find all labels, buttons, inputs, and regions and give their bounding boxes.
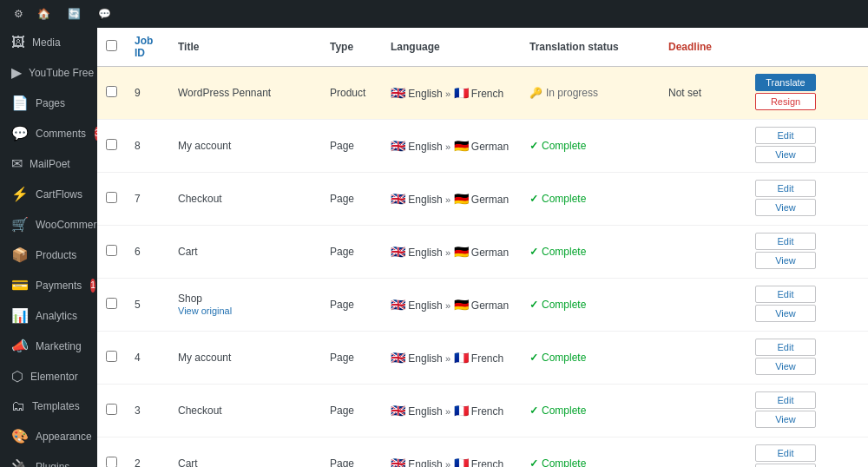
lang-arrow: » — [445, 459, 450, 467]
row-checkbox[interactable] — [106, 298, 117, 309]
target-lang: German — [471, 194, 509, 206]
row-checkbox-cell — [97, 332, 126, 385]
job-title: Cart — [178, 457, 198, 467]
deadline-cell — [660, 385, 746, 437]
sidebar-item-label: MailPoet — [30, 158, 70, 170]
sidebar-item-label: Products — [36, 249, 76, 261]
view-button[interactable]: View — [755, 146, 816, 163]
lang-arrow: » — [445, 300, 450, 311]
table-row: 4My accountPage🇬🇧 English » 🇫🇷 FrenchCom… — [97, 332, 868, 385]
sidebar-item-analytics[interactable]: 📊 Analytics — [0, 300, 97, 331]
key-icon: 🔑 — [529, 87, 542, 99]
admin-bar-site-name[interactable]: 🏠 — [30, 0, 61, 28]
edit-button[interactable]: Edit — [755, 391, 816, 409]
row-checkbox[interactable] — [106, 245, 117, 256]
admin-bar-acf[interactable] — [135, 0, 149, 28]
target-flag: 🇩🇪 — [454, 139, 469, 153]
view-button[interactable]: View — [755, 464, 816, 467]
job-id-col-header[interactable]: Job ID — [126, 28, 169, 67]
status-cell: Complete — [521, 385, 660, 437]
select-all-col — [97, 28, 126, 67]
edit-button[interactable]: Edit — [755, 180, 816, 197]
type-cell: Page — [321, 173, 382, 226]
target-flag: 🇩🇪 — [454, 245, 469, 259]
language-cell: 🇬🇧 English » 🇫🇷 French — [382, 385, 521, 437]
view-button[interactable]: View — [755, 358, 816, 375]
sidebar-item-comments[interactable]: 💬 Comments 3 — [0, 118, 97, 148]
sidebar-item-elementor[interactable]: ⬡ Elementor — [0, 361, 97, 391]
edit-button[interactable]: Edit — [755, 127, 816, 144]
language-cell: 🇬🇧 English » 🇫🇷 French — [382, 67, 521, 120]
title-cell: My account — [169, 120, 321, 173]
view-button[interactable]: View — [755, 411, 816, 428]
row-checkbox[interactable] — [106, 351, 117, 362]
status-cell: Complete — [521, 437, 660, 468]
view-button[interactable]: View — [755, 252, 816, 269]
row-checkbox[interactable] — [106, 192, 117, 203]
edit-button[interactable]: Edit — [755, 444, 816, 462]
payments-icon: 💳 — [11, 277, 29, 293]
sidebar-item-payments[interactable]: 💳 Payments 1 — [0, 270, 97, 300]
main-layout: 🖼 Media ▶ YouTube Free 📄 Pages 💬 Comment… — [0, 28, 868, 467]
row-checkbox[interactable] — [106, 139, 117, 150]
target-lang: French — [471, 352, 503, 365]
analytics-icon: 📊 — [11, 307, 29, 324]
title-col-header: Title — [169, 28, 321, 67]
language-cell: 🇬🇧 English » 🇩🇪 German — [382, 226, 521, 279]
job-id-cell: 9 — [126, 67, 169, 120]
action-cell: EditView — [746, 332, 868, 385]
table-row: 6CartPage🇬🇧 English » 🇩🇪 GermanCompleteE… — [97, 226, 868, 279]
target-lang: French — [471, 88, 503, 100]
sidebar-item-youtube[interactable]: ▶ YouTube Free — [0, 57, 97, 88]
edit-button[interactable]: Edit — [755, 339, 816, 356]
status-cell: Complete — [521, 332, 660, 385]
edit-button[interactable]: Edit — [755, 286, 816, 303]
row-checkbox[interactable] — [106, 457, 117, 467]
sidebar-item-products[interactable]: 📦 Products — [0, 240, 97, 270]
resign-button[interactable]: Resign — [755, 93, 816, 110]
row-checkbox[interactable] — [106, 86, 117, 97]
sidebar-item-mailpoet[interactable]: ✉ MailPoet — [0, 148, 97, 179]
source-flag: 🇬🇧 — [391, 245, 405, 259]
target-lang: German — [471, 247, 509, 259]
admin-bar-language[interactable] — [177, 0, 191, 28]
action-cell: EditView — [746, 437, 868, 468]
sidebar-item-pages[interactable]: 📄 Pages — [0, 88, 97, 118]
admin-bar-weglot[interactable] — [163, 0, 177, 28]
admin-bar-new[interactable] — [122, 0, 135, 28]
action-cell: EditView — [746, 173, 868, 226]
sidebar-item-media[interactable]: 🖼 Media — [0, 28, 97, 57]
admin-bar-comments[interactable]: 💬 — [91, 0, 122, 28]
sidebar-item-label: Marketing — [36, 340, 82, 352]
translate-button[interactable]: Translate — [755, 74, 816, 91]
view-button[interactable]: View — [755, 305, 816, 322]
view-button[interactable]: View — [755, 199, 816, 216]
view-original-link[interactable]: View original — [178, 306, 232, 316]
action-cell: EditView — [746, 279, 868, 332]
sidebar: 🖼 Media ▶ YouTube Free 📄 Pages 💬 Comment… — [0, 28, 97, 467]
source-lang: English — [408, 458, 442, 467]
sidebar-item-marketing[interactable]: 📣 Marketing — [0, 331, 97, 361]
status-cell: Complete — [521, 226, 660, 279]
sidebar-item-cartflows[interactable]: ⚡ CartFlows — [0, 179, 97, 209]
sidebar-item-templates[interactable]: 🗂 Templates — [0, 391, 97, 421]
source-lang: English — [408, 141, 442, 153]
deadline-col-header[interactable]: Deadline — [660, 28, 746, 67]
select-all-checkbox[interactable] — [106, 40, 117, 51]
target-lang: French — [471, 405, 503, 418]
admin-bar-wp-icon[interactable]: ⚙ — [7, 0, 30, 28]
row-checkbox[interactable] — [106, 404, 117, 415]
sidebar-item-woocommerce[interactable]: 🛒 WooCommerce — [0, 209, 97, 240]
status-cell: Complete — [521, 279, 660, 332]
woocommerce-icon: 🛒 — [11, 216, 29, 233]
action-cell: EditView — [746, 385, 868, 437]
job-id-cell: 7 — [126, 173, 169, 226]
deadline-cell: Not set — [660, 67, 746, 120]
admin-bar-seo[interactable] — [149, 0, 163, 28]
admin-bar-updates[interactable]: 🔄 — [61, 0, 91, 28]
edit-button[interactable]: Edit — [755, 233, 816, 250]
status-cell: Complete — [521, 173, 660, 226]
sidebar-item-plugins[interactable]: 🔌 Plugins — [0, 451, 97, 467]
sidebar-item-appearance[interactable]: 🎨 Appearance — [0, 421, 97, 451]
target-flag: 🇫🇷 — [454, 86, 469, 100]
